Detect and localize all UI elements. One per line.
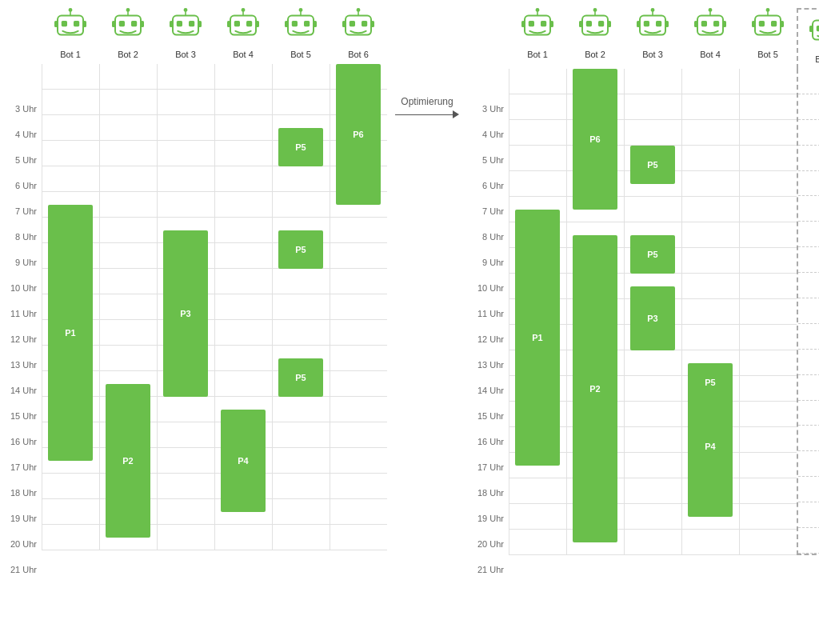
grid-row xyxy=(798,375,819,401)
arrow-head xyxy=(453,110,459,118)
grid-row xyxy=(273,474,330,499)
grid-row xyxy=(625,197,681,222)
time-label: 4 Uhr xyxy=(467,122,509,147)
svg-rect-6 xyxy=(83,21,86,27)
grid-row xyxy=(158,64,214,90)
grid-row xyxy=(682,94,739,120)
grid-row xyxy=(158,397,214,422)
svg-rect-44 xyxy=(525,16,550,35)
grid-row xyxy=(42,166,99,192)
grid-row xyxy=(682,222,739,248)
grid-row xyxy=(625,120,681,146)
svg-rect-12 xyxy=(112,21,115,27)
grid-row xyxy=(100,115,157,141)
grid-row xyxy=(625,94,681,120)
bot-icon-6 xyxy=(339,8,378,46)
grid-row xyxy=(330,294,387,320)
svg-rect-62 xyxy=(665,21,669,27)
svg-rect-69 xyxy=(723,21,726,27)
svg-rect-17 xyxy=(177,21,182,26)
grid-row xyxy=(330,320,387,346)
svg-rect-41 xyxy=(371,21,374,27)
time-label: 7 Uhr xyxy=(467,198,509,224)
grid-row xyxy=(215,371,272,397)
svg-rect-76 xyxy=(781,21,784,27)
bar-P2-1: P2 xyxy=(106,384,150,538)
svg-rect-65 xyxy=(697,16,723,35)
bot-icon-4 xyxy=(691,8,729,46)
bot-header-2: Bot 2 xyxy=(99,8,157,64)
grid-row xyxy=(330,243,387,269)
grid-row xyxy=(42,141,99,166)
svg-rect-26 xyxy=(227,21,230,27)
grid-row xyxy=(158,448,214,474)
grid-row xyxy=(215,294,272,320)
svg-point-1 xyxy=(69,8,73,12)
svg-rect-34 xyxy=(314,21,317,27)
grid-row xyxy=(100,346,157,371)
svg-rect-13 xyxy=(141,21,144,27)
svg-rect-59 xyxy=(644,21,649,26)
bar-P5-6: P5 xyxy=(278,358,323,397)
grid-row xyxy=(798,120,819,146)
grid-row xyxy=(740,222,797,248)
grid-row xyxy=(740,146,797,171)
grid-row xyxy=(625,504,681,530)
time-label: 16 Uhr xyxy=(0,429,42,454)
svg-rect-53 xyxy=(598,21,604,26)
left-grid-body: P1P2P3P4P5P5P5P6 xyxy=(42,64,387,550)
time-label: 8 Uhr xyxy=(0,224,42,250)
grid-row xyxy=(798,247,819,273)
bot-label-3: Bot 3 xyxy=(175,50,196,59)
grid-row xyxy=(330,422,387,448)
svg-rect-32 xyxy=(304,21,310,26)
optimization-arrow: Optimierung xyxy=(387,8,467,118)
grid-row xyxy=(100,192,157,218)
grid-row xyxy=(740,274,797,299)
bot-icon-6 xyxy=(806,13,819,51)
bot-icon-1 xyxy=(51,8,90,46)
grid-row xyxy=(682,530,739,555)
bot-header-1: Bot 1 xyxy=(509,8,566,69)
grid-row xyxy=(625,530,681,555)
svg-rect-52 xyxy=(586,21,592,26)
grid-row xyxy=(682,146,739,171)
time-label: 21 Uhr xyxy=(467,557,509,582)
svg-rect-19 xyxy=(170,21,173,27)
grid-row xyxy=(798,171,819,197)
grid-row xyxy=(158,474,214,499)
grid-row xyxy=(215,90,272,115)
grid-row xyxy=(682,274,739,299)
grid-row xyxy=(740,197,797,222)
grid-row xyxy=(158,90,214,115)
grid-row xyxy=(682,69,739,94)
bot-label-5: Bot 5 xyxy=(290,50,311,59)
time-label: 9 Uhr xyxy=(0,250,42,275)
time-label: 15 Uhr xyxy=(467,403,509,429)
bot-label-4: Bot 4 xyxy=(233,50,254,59)
time-label: 18 Uhr xyxy=(0,480,42,506)
grid-row xyxy=(740,350,797,376)
svg-rect-46 xyxy=(541,21,546,26)
svg-rect-5 xyxy=(54,21,58,27)
grid-row xyxy=(625,453,681,478)
grid-row xyxy=(740,325,797,350)
grid-row xyxy=(682,299,739,325)
svg-rect-75 xyxy=(752,21,755,27)
time-label: 19 Uhr xyxy=(0,506,42,531)
svg-rect-30 xyxy=(288,16,314,35)
bot-header-2: Bot 2 xyxy=(566,8,624,69)
svg-rect-39 xyxy=(362,21,367,26)
grid-row xyxy=(798,324,819,350)
grid-row xyxy=(682,325,739,350)
right-chart: 3 Uhr4 Uhr5 Uhr6 Uhr7 Uhr8 Uhr9 Uhr10 Uh… xyxy=(467,8,819,582)
grid-row xyxy=(42,90,99,115)
bot-label-5: Bot 5 xyxy=(757,50,778,59)
svg-rect-61 xyxy=(637,21,640,27)
svg-rect-54 xyxy=(579,21,582,27)
time-label: 7 Uhr xyxy=(0,198,42,224)
grid-row xyxy=(273,64,330,90)
grid-row xyxy=(215,192,272,218)
grid-row xyxy=(798,350,819,375)
bar-P3-2: P3 xyxy=(163,230,208,397)
